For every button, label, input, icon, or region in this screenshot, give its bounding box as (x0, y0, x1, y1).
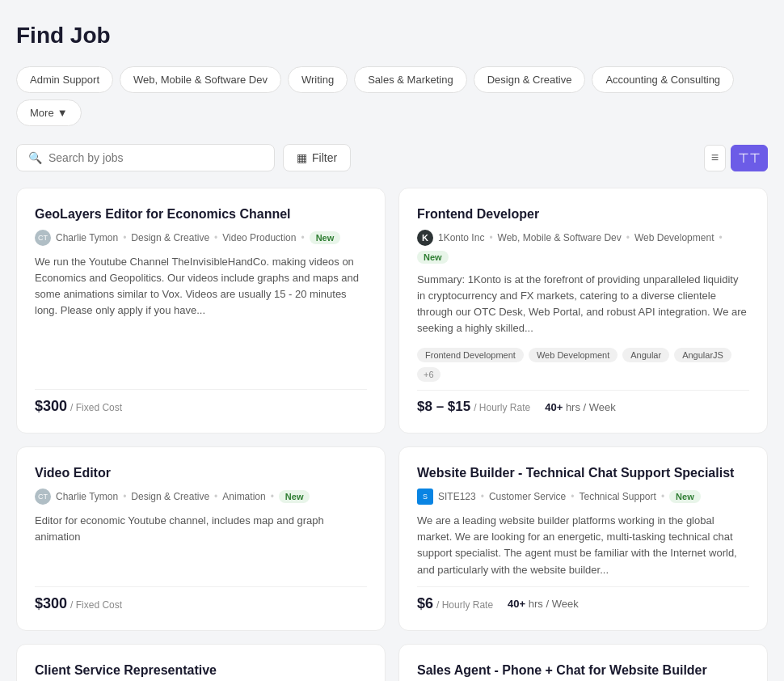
filter-button[interactable]: ▦ Filter (283, 144, 351, 171)
page-title: Find Job (16, 23, 768, 49)
list-icon: ≡ (711, 150, 719, 165)
job-title-3: Video Editor (35, 465, 367, 482)
category-1b: Video Production (222, 232, 296, 243)
job-meta-4: S SITE123 • Customer Service • Technical… (417, 489, 749, 505)
grid-icon: ⊤⊤ (738, 150, 761, 166)
job-footer-4: $6/ Hourly Rate 40+ hrs / Week (417, 586, 749, 612)
search-filter-row: 🔍 ▦ Filter ≡ ⊤⊤ (16, 144, 768, 171)
job-title-2: Frontend Developer (417, 206, 749, 223)
badge-new-1: New (310, 231, 341, 244)
company-name-4: SITE123 (438, 491, 476, 502)
tag-more: +6 (417, 367, 440, 382)
job-footer-1: $300/ Fixed Cost (35, 389, 367, 415)
category-2b: Web Development (634, 232, 714, 243)
job-description-1: We run the Youtube Channel TheInvisibleH… (35, 254, 367, 382)
job-header-5: Client Service Representative ■ Intercon… (35, 662, 367, 681)
job-price-3: $300/ Fixed Cost (35, 595, 122, 612)
job-title-5: Client Service Representative (35, 662, 367, 679)
search-box: 🔍 (16, 144, 275, 171)
job-header-6: Sales Agent - Phone + Chat for Website B… (417, 662, 749, 681)
job-footer-2: $8 – $15/ Hourly Rate 40+ hrs / Week (417, 390, 749, 415)
avatar-1: CT (35, 230, 51, 246)
tab-writing[interactable]: Writing (288, 66, 348, 93)
category-2a: Web, Mobile & Software Dev (498, 232, 622, 243)
job-card-1[interactable]: GeoLayers Editor for Economics Channel C… (16, 188, 386, 434)
job-description-3: Editor for economic Youtube channel, inc… (35, 513, 367, 578)
job-hours-2: 40+ hrs / Week (545, 401, 616, 413)
job-header-3: Video Editor CT Charlie Tymon • Design &… (35, 465, 367, 505)
tag-angular: Angular (622, 348, 669, 362)
job-price-1: $300/ Fixed Cost (35, 398, 122, 415)
badge-new-2: New (417, 251, 449, 264)
job-meta-2: K 1Konto Inc • Web, Mobile & Software De… (417, 230, 749, 264)
tag-angularjs: AngularJS (674, 348, 731, 362)
tag-frontend: Frontend Development (417, 348, 524, 362)
job-price-4: $6/ Hourly Rate (417, 595, 493, 612)
search-input[interactable] (48, 151, 263, 164)
job-title-1: GeoLayers Editor for Economics Channel (35, 206, 367, 223)
tab-more[interactable]: More ▼ (16, 99, 82, 126)
tab-sales-marketing[interactable]: Sales & Marketing (354, 66, 467, 93)
company-name-3: Charlie Tymon (56, 491, 118, 502)
job-price-2: $8 – $15/ Hourly Rate (417, 399, 530, 415)
badge-new-4: New (669, 490, 701, 503)
job-description-4: We are a leading website builder platfor… (417, 513, 749, 578)
job-card-2[interactable]: Frontend Developer K 1Konto Inc • Web, M… (398, 188, 768, 434)
job-hours-4: 40+ hrs / Week (508, 598, 579, 610)
tab-design-creative[interactable]: Design & Creative (474, 66, 586, 93)
job-header-4: Website Builder - Technical Chat Support… (417, 465, 749, 505)
job-title-6: Sales Agent - Phone + Chat for Website B… (417, 662, 749, 679)
tab-accounting-consulting[interactable]: Accounting & Consulting (592, 66, 734, 93)
job-title-4: Website Builder - Technical Chat Support… (417, 465, 749, 482)
list-view-button[interactable]: ≡ (704, 145, 726, 171)
job-meta-1: CT Charlie Tymon • Design & Creative • V… (35, 230, 367, 246)
chevron-down-icon: ▼ (57, 107, 68, 119)
search-icon: 🔍 (28, 151, 42, 164)
company-name-1: Charlie Tymon (56, 232, 118, 243)
category-4a: Customer Service (489, 491, 566, 502)
category-1a: Design & Creative (131, 232, 209, 243)
jobs-grid: GeoLayers Editor for Economics Channel C… (16, 188, 768, 681)
tab-web-mobile[interactable]: Web, Mobile & Software Dev (120, 66, 281, 93)
search-filter-left: 🔍 ▦ Filter (16, 144, 351, 171)
category-3b: Animation (222, 491, 265, 502)
avatar-2: K (417, 230, 433, 246)
job-meta-3: CT Charlie Tymon • Design & Creative • A… (35, 489, 367, 505)
filter-icon: ▦ (297, 151, 307, 164)
tab-admin-support[interactable]: Admin Support (16, 66, 113, 93)
company-name-2: 1Konto Inc (438, 232, 484, 243)
tag-webdev: Web Development (529, 348, 618, 362)
avatar-3: CT (35, 489, 51, 505)
avatar-4: S (417, 489, 433, 505)
job-description-2: Summary: 1Konto is at the forefront of p… (417, 272, 749, 337)
category-4b: Technical Support (579, 491, 655, 502)
job-footer-3: $300/ Fixed Cost (35, 586, 367, 612)
grid-view-button[interactable]: ⊤⊤ (731, 145, 768, 171)
job-header-2: Frontend Developer K 1Konto Inc • Web, M… (417, 206, 749, 264)
page-container: Find Job Admin Support Web, Mobile & Sof… (0, 0, 784, 681)
job-tags-2: Frontend Development Web Development Ang… (417, 348, 749, 382)
category-3a: Design & Creative (131, 491, 209, 502)
category-tabs: Admin Support Web, Mobile & Software Dev… (16, 66, 768, 126)
job-card-3[interactable]: Video Editor CT Charlie Tymon • Design &… (16, 446, 386, 630)
filter-label: Filter (312, 151, 337, 164)
job-card-5[interactable]: Client Service Representative ■ Intercon… (16, 644, 386, 681)
view-toggle: ≡ ⊤⊤ (704, 145, 768, 171)
job-card-4[interactable]: Website Builder - Technical Chat Support… (398, 446, 768, 630)
job-header-1: GeoLayers Editor for Economics Channel C… (35, 206, 367, 246)
badge-new-3: New (279, 490, 310, 503)
job-card-6[interactable]: Sales Agent - Phone + Chat for Website B… (398, 644, 768, 681)
